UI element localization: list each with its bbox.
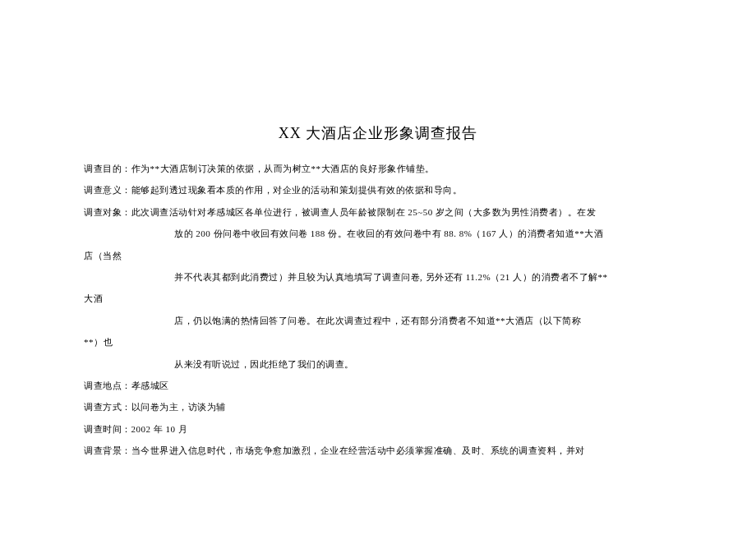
document-title: XX 大酒店企业形象调查报告 xyxy=(84,123,672,143)
target-line-3b: 大酒 xyxy=(84,288,672,309)
purpose-line: 调查目的：作为**大酒店制订决策的依据，从而为树立**大酒店的良好形象作铺垫。 xyxy=(84,158,672,179)
target-line-3: 并不代表其都到此消费过）并且较为认真地填写了调查问卷, 另外还有 11.2%（2… xyxy=(84,266,672,288)
meaning-line: 调查意义：能够起到透过现象看本质的作用，对企业的活动和策划提供有效的依据和导向。 xyxy=(84,179,672,201)
method-line: 调查方式：以问卷为主，访谈为辅 xyxy=(84,396,672,417)
target-line-2: 放的 200 份问卷中收回有效问卷 188 份。在收回的有效问卷中有 88. 8… xyxy=(84,223,672,244)
target-line-5: 从来没有听说过，因此拒绝了我们的调查。 xyxy=(84,353,672,375)
location-line: 调查地点：孝感城区 xyxy=(84,375,672,396)
target-line-4: 店，仍以饱满的热情回答了问卷。在此次调查过程中，还有部分消费者不知道**大酒店（… xyxy=(84,310,672,331)
document-body: 调查目的：作为**大酒店制订决策的依据，从而为树立**大酒店的良好形象作铺垫。 … xyxy=(84,158,672,461)
target-line-5-text: 从来没有听说过，因此拒绝了我们的调查。 xyxy=(174,359,354,369)
target-line-4b: **）也 xyxy=(84,331,672,353)
target-line-4a: 店，仍以饱满的热情回答了问卷。在此次调查过程中，还有部分消费者不知道**大酒店（… xyxy=(174,316,581,325)
target-line-2b: 店（当然 xyxy=(84,245,672,266)
target-line-3a: 并不代表其都到此消费过）并且较为认真地填写了调查问卷, 另外还有 11.2%（2… xyxy=(174,272,608,282)
target-line-2a: 放的 200 份问卷中收回有效问卷 188 份。在收回的有效问卷中有 88. 8… xyxy=(174,228,603,238)
time-line: 调查时间：2002 年 10 月 xyxy=(84,418,672,440)
background-line: 调查背景：当今世界进入信息时代，市场竞争愈加激烈，企业在经营活动中必须掌握准确、… xyxy=(84,440,672,461)
target-line-1: 调查对象：此次调查活动针对孝感城区各单位进行，被调查人员年龄被限制在 25~50… xyxy=(84,201,672,223)
